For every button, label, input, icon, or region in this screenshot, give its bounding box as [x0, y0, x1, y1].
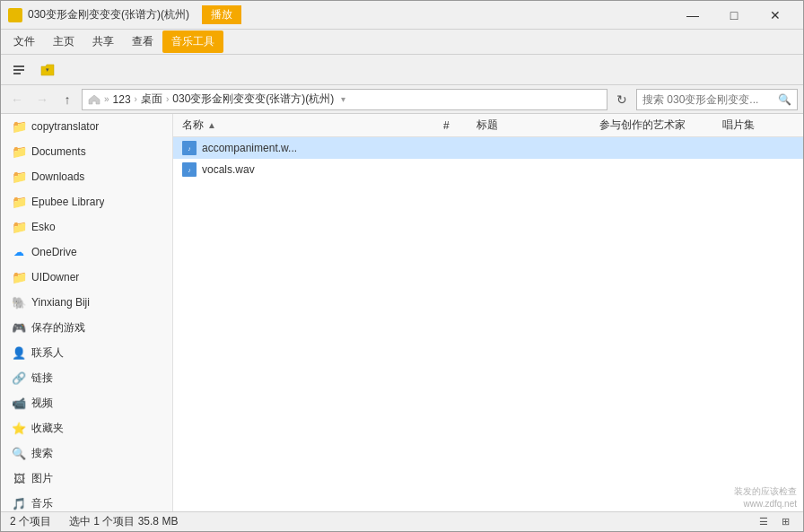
file-row-accompaniment[interactable]: ♪ accompaniment.w...: [173, 137, 803, 159]
column-headers: 名称 ▲ # 标题 参与创作的艺术家 唱片集: [173, 114, 803, 137]
sidebar-label-savedgames: 保存的游戏: [31, 320, 85, 336]
search-icon: 🔍: [778, 93, 791, 106]
view-list-button[interactable]: ☰: [755, 515, 773, 529]
sidebar-label-contacts: 联系人: [31, 345, 64, 361]
sidebar-item-documents[interactable]: 📁 Documents: [1, 139, 172, 164]
sidebar-label-downloads: Downloads: [31, 170, 84, 183]
col-album-label: 唱片集: [722, 118, 755, 133]
sort-arrow: ▲: [207, 120, 216, 130]
sidebar-label-copytranslator: copytranslator: [31, 120, 99, 133]
path-dropdown-arrow[interactable]: ▾: [341, 94, 345, 104]
sidebar-item-downloads[interactable]: 📁 Downloads: [1, 164, 172, 189]
col-title-label: 标题: [476, 118, 498, 133]
sidebar-item-uidowner[interactable]: 📁 UIDowner: [1, 265, 172, 290]
search-input[interactable]: [642, 93, 768, 106]
window: 030变形金刚变变变(张谱方)(杭州) 播放 — □ ✕ 文件 主页 共享 查看…: [0, 0, 804, 532]
file-name-vocals: ♪ vocals.wav: [177, 162, 438, 177]
content-area: 📁 copytranslator 📁 Documents 📁 Downloads…: [1, 114, 803, 511]
sidebar-label-music: 音乐: [31, 496, 53, 511]
view-grid-button[interactable]: ⊞: [776, 515, 794, 529]
address-bar: ← → ↑ » 123 › 桌面 › 030变形金刚变变变(张谱方)(杭州) ▾…: [1, 85, 803, 114]
search-box[interactable]: 🔍: [636, 89, 798, 110]
system-icon: 🎮: [12, 320, 26, 335]
sidebar-item-music[interactable]: 🎵 音乐: [1, 491, 172, 511]
close-button[interactable]: ✕: [755, 1, 796, 30]
sidebar-item-copytranslator[interactable]: 📁 copytranslator: [1, 114, 172, 139]
star-icon: ⭐: [12, 421, 26, 435]
sidebar-item-savedgames[interactable]: 🎮 保存的游戏: [1, 315, 172, 340]
watermark: 装发的应该检查 www.zdfq.net: [734, 485, 797, 510]
wav-icon: ♪: [182, 162, 197, 177]
yinxiang-icon: 🐘: [12, 295, 26, 310]
search-icon: 🔍: [12, 446, 26, 460]
file-label-accompaniment: accompaniment.w...: [202, 142, 297, 154]
sidebar: 📁 copytranslator 📁 Documents 📁 Downloads…: [1, 114, 173, 511]
links-icon: 🔗: [12, 371, 26, 385]
sidebar-item-favorites[interactable]: ⭐ 收藏夹: [1, 415, 172, 440]
sidebar-label-pictures: 图片: [31, 471, 53, 486]
status-bar: 2 个项目 选中 1 个项目 35.8 MB ☰ ⊞: [1, 511, 803, 531]
col-header-album[interactable]: 唱片集: [717, 114, 800, 137]
back-button[interactable]: ←: [6, 89, 28, 110]
quick-access-button[interactable]: [6, 57, 31, 83]
folder-icon: 📁: [12, 270, 26, 284]
sidebar-item-onedrive[interactable]: ☁ OneDrive: [1, 240, 172, 265]
col-header-hash[interactable]: #: [438, 114, 471, 137]
sidebar-item-pictures[interactable]: 🖼 图片: [1, 466, 172, 491]
folder-icon: 📁: [12, 119, 26, 134]
cloud-icon: ☁: [12, 245, 26, 259]
maximize-button[interactable]: □: [713, 1, 755, 30]
window-title: 030变形金刚变变变(张谱方)(杭州): [28, 7, 189, 22]
status-total: 2 个项目: [10, 514, 51, 529]
col-header-title[interactable]: 标题: [471, 114, 594, 137]
menu-file[interactable]: 文件: [4, 31, 44, 53]
sidebar-item-search[interactable]: 🔍 搜索: [1, 440, 172, 466]
sidebar-label-videos: 视频: [31, 396, 53, 411]
svg-text:▾: ▾: [46, 66, 49, 73]
sidebar-label-esko: Esko: [31, 221, 56, 233]
sidebar-label-yinxiang: Yinxiang Biji: [31, 296, 90, 309]
sidebar-item-videos[interactable]: 📹 视频: [1, 390, 172, 415]
sidebar-item-yinxiang[interactable]: 🐘 Yinxiang Biji: [1, 290, 172, 315]
sidebar-label-search: 搜索: [31, 446, 53, 461]
new-folder-button[interactable]: ▾: [35, 57, 60, 83]
menu-share[interactable]: 共享: [83, 31, 123, 53]
col-header-name[interactable]: 名称 ▲: [177, 114, 438, 137]
menu-home[interactable]: 主页: [44, 31, 83, 53]
file-row-vocals[interactable]: ♪ vocals.wav: [173, 159, 803, 180]
refresh-button[interactable]: ↻: [611, 89, 633, 110]
video-icon: 📹: [12, 396, 26, 410]
title-controls: — □ ✕: [672, 1, 796, 30]
svg-rect-0: [13, 65, 24, 67]
menu-music-tools[interactable]: 音乐工具: [162, 31, 223, 53]
watermark-line2: www.zdfq.net: [734, 498, 797, 510]
title-highlight-badge: 播放: [202, 5, 241, 24]
path-123: 123: [113, 93, 131, 106]
svg-rect-1: [13, 69, 24, 71]
contacts-icon: 👤: [12, 345, 26, 360]
folder-icon: 📁: [12, 144, 26, 159]
sidebar-label-documents: Documents: [31, 145, 86, 158]
svg-rect-2: [13, 73, 21, 74]
sidebar-item-epubee[interactable]: 📁 Epubee Library: [1, 189, 172, 214]
folder-icon: 📁: [12, 220, 26, 234]
folder-icon: 📁: [12, 195, 26, 209]
col-header-artist[interactable]: 参与创作的艺术家: [594, 114, 717, 137]
sidebar-item-esko[interactable]: 📁 Esko: [1, 214, 172, 240]
folder-icon: 📁: [12, 170, 26, 184]
file-list: ♪ accompaniment.w... ♪ vocals.wav: [173, 137, 803, 511]
minimize-button[interactable]: —: [672, 1, 713, 30]
menu-view[interactable]: 查看: [123, 31, 162, 53]
sidebar-label-favorites: 收藏夹: [31, 421, 64, 436]
forward-button[interactable]: →: [31, 89, 53, 110]
col-hash-label: #: [443, 119, 450, 132]
up-button[interactable]: ↑: [57, 89, 78, 110]
path-desktop: 桌面: [141, 92, 162, 107]
sidebar-item-links[interactable]: 🔗 链接: [1, 365, 172, 390]
col-artist-label: 参与创作的艺术家: [599, 118, 686, 133]
address-path[interactable]: » 123 › 桌面 › 030变形金刚变变变(张谱方)(杭州) ▾: [82, 89, 607, 110]
sidebar-item-contacts[interactable]: 👤 联系人: [1, 340, 172, 365]
picture-icon: 🖼: [12, 471, 26, 485]
path-root: [88, 94, 100, 105]
status-selected: 选中 1 个项目 35.8 MB: [69, 514, 178, 529]
